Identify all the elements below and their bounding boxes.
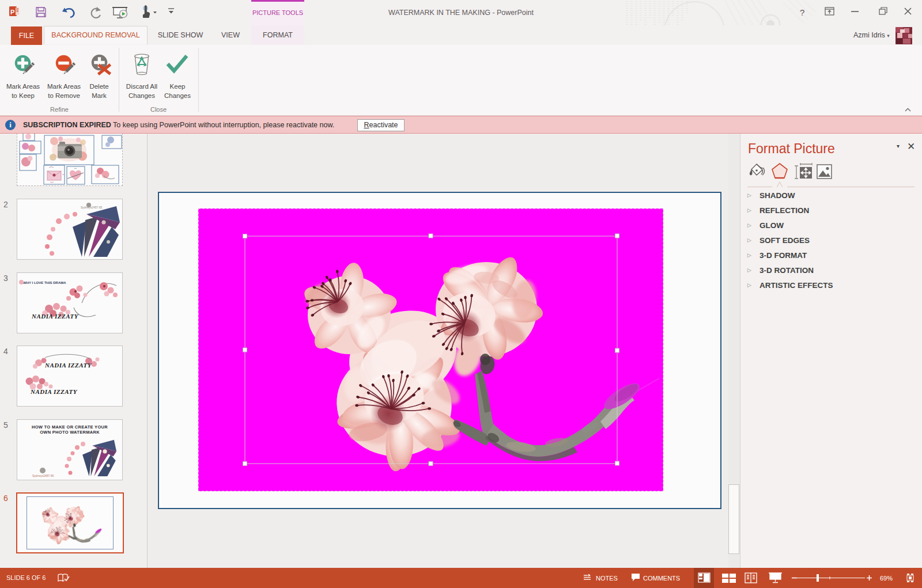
svg-text:HOW TO MAKE OR CREATE YOUR: HOW TO MAKE OR CREATE YOUR bbox=[32, 424, 108, 430]
svg-text:Sydneys2457.65: Sydneys2457.65 bbox=[32, 474, 54, 477]
svg-text:P: P bbox=[10, 9, 14, 16]
svg-text:COMMENTS: COMMENTS bbox=[643, 575, 680, 582]
svg-text:NOTES: NOTES bbox=[596, 575, 618, 582]
svg-text:69%: 69% bbox=[880, 575, 893, 582]
svg-text:OWN PHOTO WATERMARK: OWN PHOTO WATERMARK bbox=[40, 430, 100, 435]
svg-text:NADIA IZZATY: NADIA IZZATY bbox=[30, 388, 78, 395]
svg-text:NADIA IZZATY: NADIA IZZATY bbox=[44, 362, 92, 369]
svg-text:?: ? bbox=[800, 7, 804, 17]
svg-text:WHY I LOVE THIS DRAMA: WHY I LOVE THIS DRAMA bbox=[23, 281, 66, 284]
svg-text:NADIA IZZATY: NADIA IZZATY bbox=[31, 313, 79, 320]
svg-text:Sydneys2457.65: Sydneys2457.65 bbox=[81, 206, 102, 209]
